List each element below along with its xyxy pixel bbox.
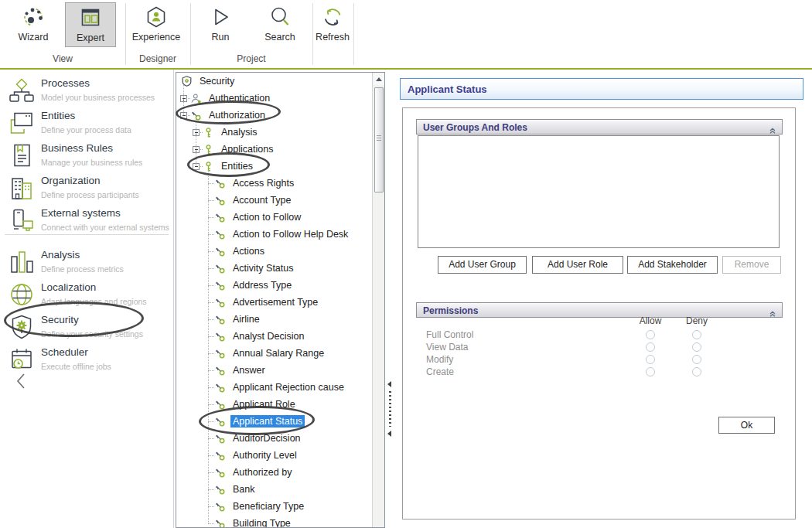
- tree-item-address-type[interactable]: Address Type: [176, 277, 373, 294]
- add-stakeholder-button[interactable]: Add Stakeholder: [627, 256, 718, 274]
- radio-modify-deny[interactable]: [692, 355, 701, 364]
- tree-item-bank[interactable]: Bank: [176, 481, 373, 498]
- ribbon-separator: [353, 3, 354, 65]
- ribbon-separator: [312, 3, 313, 65]
- tree-item-action-to-follow-help-desk[interactable]: Action to Follow Help Desk: [176, 226, 373, 243]
- permission-label-create: Create: [426, 366, 454, 377]
- collapse-chevron-icon[interactable]: [769, 307, 776, 321]
- sidebar-item-entities[interactable]: EntitiesDefine your process data: [0, 107, 174, 139]
- scrollbar-thumb[interactable]: [374, 87, 384, 192]
- key-icon: [215, 349, 227, 359]
- tree-item-action-to-follow[interactable]: Action to Follow: [176, 209, 373, 226]
- permissions-section-header[interactable]: Permissions: [416, 302, 783, 318]
- sidebar-collapse-button[interactable]: [15, 373, 31, 391]
- module-sidebar: ProcessesModel your business processes E…: [0, 70, 174, 528]
- sidebar-title: Scheduler: [41, 346, 88, 358]
- refresh-button[interactable]: Refresh: [311, 2, 354, 47]
- tree-item-security[interactable]: Security: [176, 73, 373, 90]
- allow-column-header: Allow: [631, 315, 670, 326]
- radio-full-control-allow[interactable]: [646, 330, 655, 339]
- tree-scrollbar[interactable]: [372, 73, 384, 527]
- chevron-left-icon: [15, 373, 26, 390]
- external-systems-icon: [7, 206, 36, 235]
- key-icon: [215, 468, 227, 478]
- radio-create-deny[interactable]: [692, 367, 701, 376]
- tree-item-analyst-decision[interactable]: Analyst Decision: [176, 328, 373, 345]
- ok-button[interactable]: Ok: [718, 417, 775, 434]
- run-label: Run: [212, 32, 230, 43]
- radio-full-control-deny[interactable]: [692, 330, 701, 339]
- tree-item-access-rights[interactable]: Access Rights: [176, 175, 373, 192]
- search-button[interactable]: Search: [257, 2, 303, 47]
- key-icon: [203, 162, 215, 172]
- radio-create-allow[interactable]: [646, 367, 655, 376]
- tree-item-building-type[interactable]: Building Type: [176, 515, 373, 527]
- radio-modify-allow[interactable]: [646, 355, 655, 364]
- key-icon: [215, 400, 227, 410]
- tree-item-applicant-role[interactable]: Applicant Role: [176, 396, 373, 413]
- sidebar-item-organization[interactable]: OrganizationDefine process participants: [0, 172, 174, 204]
- tree-guide-line: [183, 85, 184, 115]
- permission-label-modify: Modify: [426, 354, 453, 365]
- sidebar-item-scheduler[interactable]: SchedulerExecute offline jobs: [0, 343, 174, 376]
- user-groups-section-header[interactable]: User Groups And Roles: [416, 119, 783, 135]
- tree-item-applicant-rejection-cause[interactable]: Applicant Rejection cause: [176, 379, 373, 396]
- splitter-handle[interactable]: [389, 391, 391, 427]
- remove-button[interactable]: Remove: [722, 256, 781, 274]
- tree-item-authorization[interactable]: Authorization: [176, 107, 373, 124]
- key-icon: [215, 230, 227, 240]
- tree-item-actions[interactable]: Actions: [176, 243, 373, 260]
- sidebar-item-analysis[interactable]: AnalysisDefine process metrics: [0, 246, 174, 278]
- search-label: Search: [264, 32, 295, 43]
- key-icon: [215, 247, 227, 257]
- radio-view-data-allow[interactable]: [646, 342, 655, 352]
- sidebar-item-business-rules[interactable]: Business RulesManage your business rules: [0, 139, 174, 172]
- radio-view-data-deny[interactable]: [692, 342, 701, 352]
- experience-button[interactable]: Experience: [130, 2, 183, 47]
- tree-item-authorized-by[interactable]: Authorized by: [176, 464, 373, 481]
- scheduler-icon: [7, 345, 36, 374]
- tree-item-auditordecision[interactable]: AuditorDecision: [176, 430, 373, 447]
- sidebar-item-processes[interactable]: ProcessesModel your business processes: [0, 74, 174, 107]
- scroll-up-arrow-icon[interactable]: [374, 73, 384, 85]
- run-icon: [208, 4, 233, 30]
- wizard-icon: [21, 4, 46, 30]
- application-window: Wizard Expert Experience Run Search: [0, 0, 812, 528]
- page-title: Applicant Status: [401, 79, 803, 95]
- key-icon: [215, 417, 227, 427]
- tree-item-advertisement-type[interactable]: Advertisement Type: [176, 294, 373, 311]
- user-groups-list[interactable]: [418, 135, 780, 248]
- tree-item-account-type[interactable]: Account Type: [176, 192, 373, 209]
- tree-item-authority-level[interactable]: Authority Level: [176, 447, 373, 464]
- sidebar-title: Security: [41, 314, 79, 325]
- tree-item-airline[interactable]: Airline: [176, 311, 373, 328]
- tree-item-activity-status[interactable]: Activity Status: [176, 260, 373, 277]
- sidebar-item-security[interactable]: SecurityDefine your security settings: [0, 311, 174, 343]
- tree-item-answer[interactable]: Answer: [176, 362, 373, 379]
- sidebar-item-localization[interactable]: LocalizationAdapt languages and regions: [0, 278, 174, 311]
- tree-item-annual-salary-range[interactable]: Annual Salary Range: [176, 345, 373, 362]
- sidebar-item-external-systems[interactable]: External systemsConnect with your extern…: [0, 204, 174, 237]
- tree-item-applicant-status[interactable]: Applicant Status: [176, 413, 373, 430]
- localization-icon: [7, 280, 36, 309]
- add-user-group-button[interactable]: Add User Group: [438, 256, 527, 274]
- run-button[interactable]: Run: [197, 2, 244, 47]
- analysis-icon: [7, 247, 36, 277]
- add-user-role-button[interactable]: Add User Role: [532, 256, 623, 274]
- tree-item-entities[interactable]: Entities: [176, 158, 373, 175]
- sidebar-title: Business Rules: [41, 142, 113, 154]
- splitter-collapse-arrow-icon[interactable]: [387, 381, 391, 387]
- tree-item-beneficiary-type[interactable]: Beneficiary Type: [176, 498, 373, 515]
- expert-button[interactable]: Expert: [65, 2, 116, 47]
- refresh-icon: [320, 4, 345, 30]
- splitter-collapse-arrow-icon[interactable]: [387, 431, 391, 437]
- refresh-label: Refresh: [316, 32, 350, 43]
- wizard-button[interactable]: Wizard: [10, 2, 56, 47]
- detail-form: User Groups And Roles Add User Group Add…: [402, 107, 796, 519]
- expert-icon: [78, 5, 103, 31]
- sidebar-subtitle: Define your security settings: [41, 329, 143, 339]
- tree-item-analysis[interactable]: Analysis: [176, 124, 373, 141]
- tree-item-applications[interactable]: Applications: [176, 141, 373, 158]
- tree-item-authentication[interactable]: Authentication: [176, 90, 373, 107]
- ribbon-toolbar: Wizard Expert Experience Run Search: [0, 0, 812, 70]
